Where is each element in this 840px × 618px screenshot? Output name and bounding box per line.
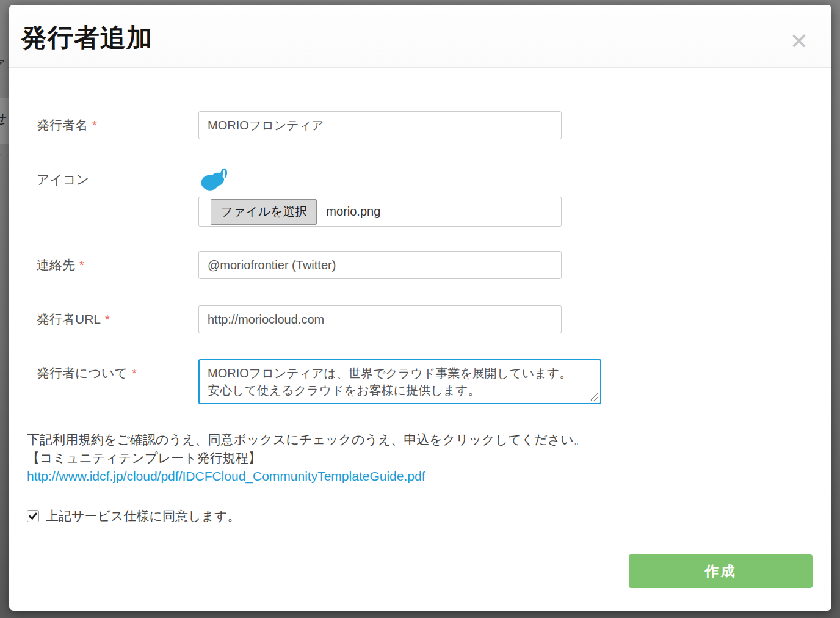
required-mark: * xyxy=(105,313,110,326)
publisher-name-input[interactable] xyxy=(198,111,562,139)
icon-label: アイコン xyxy=(27,166,198,192)
about-textarea[interactable]: MORIOフロンティアは、世界でクラウド事業を展開しています。 安心して使えるク… xyxy=(198,359,601,404)
about-label: 発行者について* xyxy=(27,359,198,387)
modal-body: 発行者名* アイコン ファイルを選択 morio.png xyxy=(9,111,831,588)
terms-regulation-title: 【コミュニティテンプレート発行規程】 xyxy=(27,449,813,467)
required-mark: * xyxy=(92,118,97,132)
file-select-button[interactable]: ファイルを選択 xyxy=(211,199,317,225)
required-mark: * xyxy=(132,366,137,380)
about-row: 発行者について* MORIOフロンティアは、世界でクラウド事業を展開しています。… xyxy=(27,359,813,404)
contact-input[interactable] xyxy=(198,251,562,279)
about-textarea-wrap: MORIOフロンティアは、世界でクラウド事業を展開しています。 安心して使えるク… xyxy=(198,359,601,404)
background-page-strip: | ▸ ア せ ▸ xyxy=(0,0,9,618)
icon-file-input[interactable]: ファイルを選択 morio.png xyxy=(198,197,562,227)
background-page-fragment: せ xyxy=(0,112,7,125)
required-mark: * xyxy=(79,258,84,272)
selected-file-name: morio.png xyxy=(326,205,380,219)
modal-title: 発行者追加 xyxy=(9,5,831,55)
agree-checkbox[interactable] xyxy=(27,510,39,522)
terms-link-line: http://www.idcf.jp/cloud/pdf/IDCFCloud_C… xyxy=(27,467,813,485)
resize-grip-icon[interactable] xyxy=(591,393,598,401)
terms-instruction: 下記利用規約をご確認のうえ、同意ボックスにチェックのうえ、申込をクリックしてくだ… xyxy=(27,431,813,449)
publisher-name-label: 発行者名* xyxy=(27,117,198,134)
add-publisher-modal: 発行者追加 ✕ 発行者名* アイコン ファイルを選択 xyxy=(9,5,831,611)
publisher-name-row: 発行者名* xyxy=(27,111,813,139)
terms-block: 下記利用規約をご確認のうえ、同意ボックスにチェックのうえ、申込をクリックしてくだ… xyxy=(27,431,813,485)
publisher-url-input[interactable] xyxy=(198,305,562,333)
agree-row: 上記サービス仕様に同意します。 xyxy=(27,507,813,525)
terms-pdf-link[interactable]: http://www.idcf.jp/cloud/pdf/IDCFCloud_C… xyxy=(27,469,425,483)
blue-cloud-mascot-icon xyxy=(200,166,230,192)
modal-header: 発行者追加 ✕ xyxy=(9,5,831,68)
agree-label: 上記サービス仕様に同意します。 xyxy=(46,507,240,525)
modal-actions: 作成 xyxy=(27,554,813,588)
publisher-url-label: 発行者URL* xyxy=(27,311,198,328)
icon-controls: ファイルを選択 morio.png xyxy=(198,166,562,227)
background-page-fragment: ア xyxy=(0,59,5,67)
close-icon[interactable]: ✕ xyxy=(790,31,808,53)
create-button[interactable]: 作成 xyxy=(629,554,813,588)
publisher-url-row: 発行者URL* xyxy=(27,305,813,333)
icon-row: アイコン ファイルを選択 morio.png xyxy=(27,166,813,227)
background-page-fragment: ▸ xyxy=(0,34,1,47)
background-page-fragment: ▸ xyxy=(0,147,1,159)
contact-row: 連絡先* xyxy=(27,251,813,279)
contact-label: 連絡先* xyxy=(27,256,198,274)
